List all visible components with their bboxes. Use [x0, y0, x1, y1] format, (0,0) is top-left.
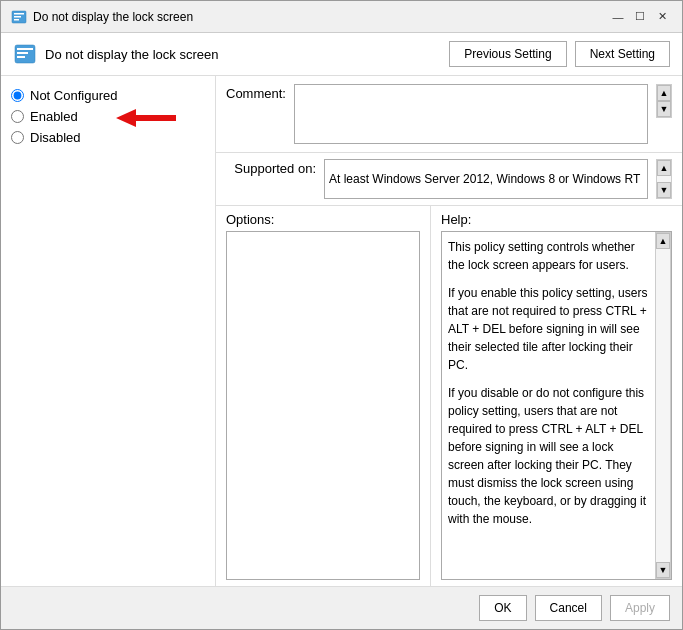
help-box: This policy setting controls whether the… [441, 231, 672, 580]
title-controls: — ☐ ✕ [608, 7, 672, 27]
help-scroll-down[interactable]: ▼ [656, 562, 670, 578]
options-box [226, 231, 420, 580]
comment-scrollbar[interactable]: ▲ ▼ [656, 84, 672, 118]
header-buttons: Previous Setting Next Setting [449, 41, 670, 67]
svg-rect-6 [17, 52, 28, 54]
radio-enabled[interactable]: Enabled [11, 109, 205, 124]
title-bar: Do not display the lock screen — ☐ ✕ [1, 1, 682, 33]
svg-rect-2 [14, 16, 21, 18]
help-section: Help: This policy setting controls wheth… [431, 206, 682, 586]
policy-icon [11, 9, 27, 25]
radio-disabled-input[interactable] [11, 131, 24, 144]
apply-button[interactable]: Apply [610, 595, 670, 621]
radio-group: Not Configured Enabled Disabled [11, 88, 205, 145]
header-policy-icon [13, 42, 37, 66]
svg-rect-7 [17, 56, 25, 58]
help-label: Help: [441, 212, 672, 227]
minimize-button[interactable]: — [608, 7, 628, 27]
help-scroll-up[interactable]: ▲ [656, 233, 670, 249]
supported-scroll-down[interactable]: ▼ [657, 182, 671, 198]
help-scroll-track [656, 249, 670, 562]
supported-scroll-up[interactable]: ▲ [657, 160, 671, 176]
radio-not-configured-label: Not Configured [30, 88, 117, 103]
maximize-button[interactable]: ☐ [630, 7, 650, 27]
previous-setting-button[interactable]: Previous Setting [449, 41, 566, 67]
radio-not-configured[interactable]: Not Configured [11, 88, 205, 103]
cancel-button[interactable]: Cancel [535, 595, 602, 621]
footer: OK Cancel Apply [1, 586, 682, 629]
dialog-window: Do not display the lock screen — ☐ ✕ Do … [0, 0, 683, 630]
right-panel: Comment: ▲ ▼ Supported on: At least Wind… [216, 76, 682, 586]
scroll-up-arrow[interactable]: ▲ [657, 85, 671, 101]
options-label: Options: [226, 212, 420, 227]
radio-disabled-label: Disabled [30, 130, 81, 145]
svg-rect-3 [14, 19, 19, 21]
svg-rect-1 [14, 13, 24, 15]
bottom-sections: Options: Help: This policy setting contr… [216, 206, 682, 586]
header-title: Do not display the lock screen [13, 42, 218, 66]
next-setting-button[interactable]: Next Setting [575, 41, 670, 67]
header-title-text: Do not display the lock screen [45, 47, 218, 62]
left-panel: Not Configured Enabled Disabled [1, 76, 216, 586]
radio-not-configured-input[interactable] [11, 89, 24, 102]
main-content: Not Configured Enabled Disabled [1, 76, 682, 586]
supported-label: Supported on: [226, 159, 316, 176]
header-row: Do not display the lock screen Previous … [1, 33, 682, 76]
comment-textarea[interactable] [294, 84, 648, 144]
comment-section: Comment: ▲ ▼ [216, 76, 682, 153]
supported-section: Supported on: At least Windows Server 20… [216, 153, 682, 206]
ok-button[interactable]: OK [479, 595, 526, 621]
supported-scrollbar[interactable]: ▲ ▼ [656, 159, 672, 199]
title-text: Do not display the lock screen [33, 10, 193, 24]
options-section: Options: [216, 206, 431, 586]
help-scrollbar[interactable]: ▲ ▼ [655, 232, 671, 579]
radio-enabled-label: Enabled [30, 109, 78, 124]
scroll-down-arrow[interactable]: ▼ [657, 101, 671, 117]
svg-rect-5 [17, 48, 33, 50]
close-button[interactable]: ✕ [652, 7, 672, 27]
supported-value: At least Windows Server 2012, Windows 8 … [329, 172, 640, 186]
radio-disabled[interactable]: Disabled [11, 130, 205, 145]
radio-enabled-input[interactable] [11, 110, 24, 123]
help-text: This policy setting controls whether the… [442, 232, 655, 579]
supported-box: At least Windows Server 2012, Windows 8 … [324, 159, 648, 199]
comment-label: Comment: [226, 84, 286, 101]
